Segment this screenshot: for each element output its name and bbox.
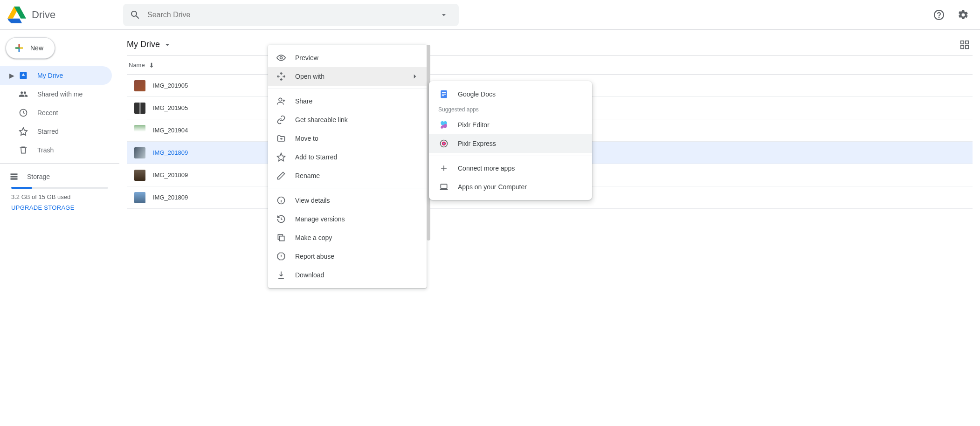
grid-view-button[interactable] [957, 37, 973, 53]
breadcrumb[interactable]: My Drive [127, 40, 172, 49]
svg-rect-5 [11, 178, 18, 179]
link-icon [276, 115, 287, 124]
sort-arrow-icon [148, 62, 155, 69]
shared-icon [18, 89, 29, 99]
ctx-label: Rename [295, 172, 320, 179]
svg-rect-9 [966, 45, 968, 48]
person-add-icon [276, 96, 287, 106]
svg-point-10 [280, 57, 283, 59]
storage-fill [11, 187, 32, 189]
open-with-submenu: Google Docs Suggested apps Pixlr Editor … [429, 81, 592, 200]
search-filter-dropdown-icon[interactable] [435, 7, 452, 23]
history-icon [276, 214, 287, 224]
file-thumbnail [134, 80, 145, 91]
sidebar-item-trash[interactable]: Trash [0, 141, 112, 159]
suggested-apps-label: Suggested apps [429, 103, 592, 116]
svg-rect-21 [441, 184, 447, 188]
svg-rect-4 [11, 176, 18, 177]
my-drive-icon [18, 71, 29, 80]
report-icon [276, 252, 287, 261]
sidebar-item-label: My Drive [37, 72, 63, 79]
submenu-apps-computer[interactable]: Apps on your Computer [429, 178, 592, 196]
new-button-label: New [30, 44, 43, 52]
folder-move-icon [276, 134, 287, 143]
ctx-label: Get shareable link [295, 116, 348, 124]
laptop-icon [438, 182, 449, 192]
open-with-icon [276, 72, 287, 81]
eye-icon [276, 53, 287, 62]
storage-icon [9, 172, 19, 181]
ctx-make-copy[interactable]: Make a copy [268, 228, 427, 247]
file-thumbnail [134, 125, 145, 136]
ctx-label: Share [295, 97, 312, 105]
column-name-label: Name [129, 62, 145, 69]
star-icon [18, 127, 29, 136]
ctx-download[interactable]: Download [268, 266, 427, 284]
sidebar-item-starred[interactable]: Starred [0, 122, 112, 141]
new-button[interactable]: New [6, 37, 55, 59]
ctx-report-abuse[interactable]: Report abuse [268, 247, 427, 266]
svg-rect-17 [442, 96, 444, 96]
search-icon [130, 9, 141, 21]
ctx-view-details[interactable]: View details [268, 191, 427, 210]
plus-icon [438, 164, 449, 173]
ctx-share[interactable]: Share [268, 92, 427, 110]
header-actions [911, 6, 973, 24]
drive-logo-icon [7, 6, 26, 24]
ctx-label: Preview [295, 54, 318, 62]
ctx-label: Make a copy [295, 234, 332, 241]
ctx-manage-versions[interactable]: Manage versions [268, 210, 427, 228]
ctx-add-starred[interactable]: Add to Starred [268, 148, 427, 166]
submenu-label: Google Docs [458, 90, 496, 98]
ctx-move-to[interactable]: Move to [268, 129, 427, 148]
copy-icon [276, 233, 287, 242]
upgrade-storage-link[interactable]: UPGRADE STORAGE [11, 204, 108, 211]
ctx-shareable-link[interactable]: Get shareable link [268, 110, 427, 129]
file-thumbnail [134, 192, 145, 203]
svg-point-20 [443, 143, 444, 144]
ctx-label: Report abuse [295, 253, 334, 260]
submenu-google-docs[interactable]: Google Docs [429, 85, 592, 103]
ctx-label: Move to [295, 135, 318, 142]
sidebar-item-recent[interactable]: Recent [0, 103, 112, 122]
search-input[interactable] [147, 11, 435, 19]
svg-rect-13 [280, 236, 284, 241]
info-icon [276, 196, 287, 205]
svg-rect-7 [966, 41, 968, 43]
plus-icon [14, 42, 25, 54]
file-list-header: Name [127, 56, 973, 75]
sidebar-item-label: Shared with me [37, 90, 83, 98]
submenu-pixlr-express[interactable]: Pixlr Express [429, 134, 592, 153]
ctx-preview[interactable]: Preview [268, 48, 427, 67]
ctx-open-with[interactable]: Open with [268, 67, 427, 86]
sidebar-item-label: Trash [37, 146, 54, 154]
submenu-pixlr-editor[interactable]: Pixlr Editor [429, 116, 592, 134]
ctx-label: Add to Starred [295, 153, 337, 161]
sidebar-item-my-drive[interactable]: ▶ My Drive [0, 66, 112, 85]
butterfly-icon [438, 120, 449, 130]
sidebar-item-label: Starred [37, 128, 59, 135]
file-thumbnail [134, 103, 145, 114]
sidebar-item-shared[interactable]: Shared with me [0, 85, 112, 103]
ctx-rename[interactable]: Rename [268, 166, 427, 185]
settings-button[interactable] [954, 6, 973, 24]
help-button[interactable] [930, 6, 948, 24]
logo-area[interactable]: Drive [7, 6, 119, 24]
storage-used-text: 3.2 GB of 15 GB used [11, 193, 108, 200]
context-menu: Preview Open with Share Get shareable li… [268, 45, 427, 288]
svg-rect-16 [442, 94, 446, 95]
docs-icon [438, 89, 449, 99]
breadcrumb-label: My Drive [127, 40, 160, 49]
submenu-label: Pixlr Express [458, 140, 496, 147]
chevron-right-icon [411, 72, 419, 81]
svg-rect-15 [442, 92, 446, 93]
submenu-label: Connect more apps [458, 165, 515, 172]
submenu-connect-apps[interactable]: Connect more apps [429, 159, 592, 178]
search-bar[interactable] [123, 4, 459, 26]
svg-rect-6 [961, 41, 964, 43]
ctx-label: Manage versions [295, 215, 345, 223]
expand-icon[interactable]: ▶ [9, 72, 15, 79]
ctx-label: Download [295, 271, 324, 279]
star-icon [276, 152, 287, 162]
logo-text: Drive [32, 9, 55, 21]
